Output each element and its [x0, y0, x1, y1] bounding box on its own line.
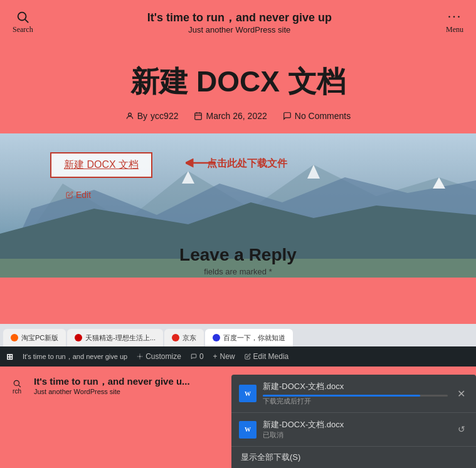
download-status-1[interactable]: 下载完成后打开 — [263, 397, 448, 406]
svg-line-19 — [19, 385, 21, 387]
post-date-text: March 26, 2022 — [206, 111, 267, 121]
admin-site-link[interactable]: It's time to run，and never give up — [23, 352, 127, 361]
post-author: By ycc922 — [125, 111, 179, 121]
post-title: 新建 DOCX 文档 — [13, 63, 463, 101]
top-navigation: Search It's time to run，and never give u… — [0, 0, 476, 44]
svg-point-17 — [139, 356, 141, 358]
edit-label: Edit — [76, 190, 91, 200]
admin-edit-media[interactable]: Edit Media — [245, 352, 289, 361]
edit-link[interactable]: Edit — [66, 190, 91, 200]
download-link[interactable]: 新建 DOCX 文档 — [64, 159, 139, 170]
author-icon — [125, 112, 134, 120]
site-title-block: It's time to run，and never give up Just … — [147, 10, 332, 34]
download-filename-1: 新建-DOCX-文档.docx — [263, 381, 448, 392]
download-status-2: 已取消 — [263, 430, 448, 440]
download-info-2: 新建-DOCX-文档.docx 已取消 — [263, 419, 448, 440]
download-info-1: 新建-DOCX-文档.docx 下载完成后打开 — [263, 381, 448, 406]
admin-customize[interactable]: Customize — [137, 352, 181, 361]
download-item-2: W 新建-DOCX-文档.docx 已取消 ↺ — [231, 413, 476, 447]
tab-baidu[interactable]: 百度一下，你就知道 — [205, 329, 293, 346]
second-search-icon — [13, 379, 21, 388]
tab-label-jd: 京东 — [182, 333, 196, 343]
download-filename-2: 新建-DOCX-文档.docx — [263, 419, 448, 430]
fields-marked-text: fields are marked * — [204, 267, 272, 276]
svg-point-2 — [128, 113, 131, 116]
menu-label: Menu — [446, 25, 463, 34]
edit-media-icon — [245, 353, 251, 360]
svg-point-0 — [18, 12, 26, 20]
tab-taobao[interactable]: 淘宝PC新版 — [3, 329, 66, 346]
site-title[interactable]: It's time to run，and never give up — [147, 10, 332, 25]
comments-text: No Comments — [295, 111, 351, 121]
tab-label-baidu: 百度一下，你就知道 — [223, 333, 285, 343]
menu-button[interactable]: ··· Menu — [446, 10, 463, 34]
tab-favicon-baidu — [213, 334, 220, 341]
svg-point-18 — [14, 380, 19, 385]
browser-bottom-overlay: 淘宝PC新版 天猫精选-理想生活上... 京东 百度一下，你就知道 ⊞ It's… — [0, 324, 476, 468]
customize-icon — [137, 353, 143, 360]
tab-tmall[interactable]: 天猫精选-理想生活上... — [67, 329, 163, 346]
site-subtitle: Just another WordPress site — [147, 25, 332, 34]
second-search-label: rch — [13, 388, 21, 395]
post-meta: By ycc922 March 26, 2022 No Comments — [13, 111, 463, 121]
tab-jd[interactable]: 京东 — [164, 329, 204, 346]
tab-favicon-taobao — [11, 334, 18, 341]
svg-rect-3 — [195, 113, 202, 120]
search-label: Search — [13, 25, 33, 34]
close-download-1-button[interactable]: ✕ — [454, 387, 468, 401]
content-area: 新建 DOCX 文档 点击此处下载文件 Edit Leave a Reply f… — [0, 133, 476, 278]
comment-icon — [191, 353, 197, 360]
menu-dots-icon: ··· — [448, 10, 462, 24]
edit-icon — [66, 191, 73, 199]
comments-icon — [283, 112, 292, 120]
admin-comments[interactable]: 0 — [191, 352, 204, 361]
download-item-1: W 新建-DOCX-文档.docx 下载完成后打开 ✕ — [231, 375, 476, 413]
docx-icon-1: W — [239, 385, 257, 402]
second-search-area: rch — [13, 379, 21, 420]
admin-new[interactable]: + New — [213, 352, 235, 361]
search-icon — [16, 10, 29, 24]
docx-icon-2: W — [239, 421, 257, 439]
wp-admin-bar: ⊞ It's time to run，and never give up Cus… — [0, 346, 476, 367]
calendar-icon — [194, 112, 203, 120]
download-notification-panel: W 新建-DOCX-文档.docx 下载完成后打开 ✕ W 新建-DOCX-文档… — [231, 375, 476, 468]
download-link-box: 新建 DOCX 文档 — [50, 152, 152, 178]
wp-logo[interactable]: ⊞ — [6, 352, 13, 361]
show-all-downloads-button[interactable]: 显示全部下载(S) — [231, 447, 476, 468]
post-header: 新建 DOCX 文档 By ycc922 March 26, 2022 No C… — [0, 44, 476, 133]
refresh-download-2-button[interactable]: ↺ — [455, 423, 468, 436]
second-site-info: It's time to run，and never give u... Jus… — [34, 376, 190, 420]
search-button[interactable]: Search — [13, 10, 33, 34]
author-prefix: By — [137, 111, 147, 121]
leave-reply-heading: Leave a Reply — [179, 245, 297, 265]
tab-label-tmall: 天猫精选-理想生活上... — [85, 333, 156, 343]
author-name[interactable]: ycc922 — [151, 111, 178, 121]
browser-tab-bar: 淘宝PC新版 天猫精选-理想生活上... 京东 百度一下，你就知道 — [0, 324, 476, 346]
tab-favicon-jd — [172, 334, 179, 341]
second-site-subtitle: Just another WordPress site — [34, 388, 120, 395]
download-hint-text: 点击此处下载文件 — [207, 157, 287, 170]
post-comments: No Comments — [283, 111, 351, 121]
tab-label-taobao: 淘宝PC新版 — [21, 333, 58, 343]
tab-favicon-tmall — [75, 334, 82, 341]
svg-line-1 — [25, 19, 28, 23]
second-site-title: It's time to run，and never give u... — [34, 376, 190, 388]
post-date: March 26, 2022 — [194, 111, 267, 121]
